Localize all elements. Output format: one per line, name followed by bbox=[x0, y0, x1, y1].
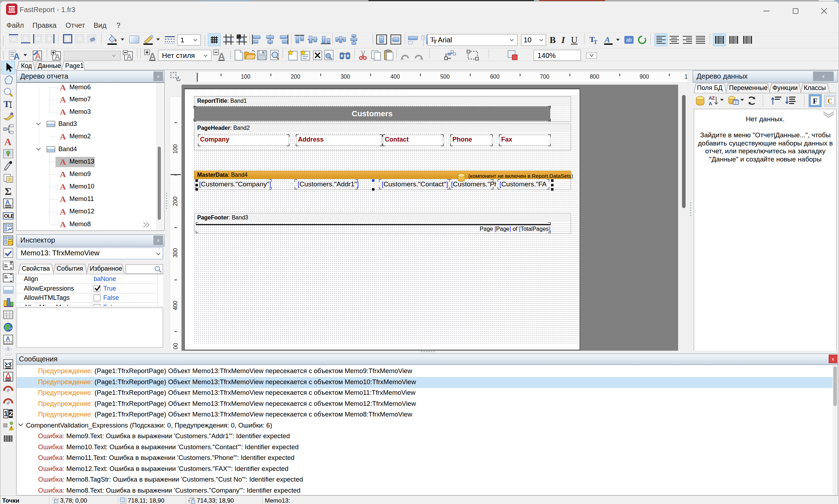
svg-text:Z: Z bbox=[712, 95, 715, 101]
svg-text:A: A bbox=[5, 199, 10, 206]
svg-text:2: 2 bbox=[9, 410, 13, 418]
svg-text:A: A bbox=[60, 182, 66, 191]
svg-text:Σ: Σ bbox=[5, 186, 12, 196]
svg-text:A: A bbox=[60, 170, 66, 179]
svg-text:A: A bbox=[218, 51, 225, 61]
svg-text:A: A bbox=[149, 51, 156, 61]
svg-text:A: A bbox=[60, 195, 66, 204]
svg-text:A: A bbox=[709, 101, 712, 106]
svg-text:OLE: OLE bbox=[4, 213, 14, 219]
svg-text:1: 1 bbox=[4, 410, 8, 418]
svg-text:A: A bbox=[4, 136, 12, 147]
svg-text:A: A bbox=[60, 157, 66, 166]
svg-text:A: A bbox=[60, 132, 66, 141]
svg-text:T: T bbox=[433, 39, 437, 44]
svg-text:T: T bbox=[593, 39, 598, 45]
svg-text:A: A bbox=[14, 52, 20, 61]
svg-text:A: A bbox=[60, 83, 66, 92]
svg-text:!: ! bbox=[11, 426, 12, 430]
svg-text:A: A bbox=[60, 220, 66, 229]
svg-text:A: A bbox=[6, 335, 10, 342]
svg-text:A: A bbox=[604, 35, 610, 44]
svg-text:A: A bbox=[60, 107, 66, 117]
svg-text:A: A bbox=[60, 95, 66, 104]
svg-text:A: A bbox=[60, 207, 66, 216]
svg-text:T: T bbox=[4, 99, 10, 109]
